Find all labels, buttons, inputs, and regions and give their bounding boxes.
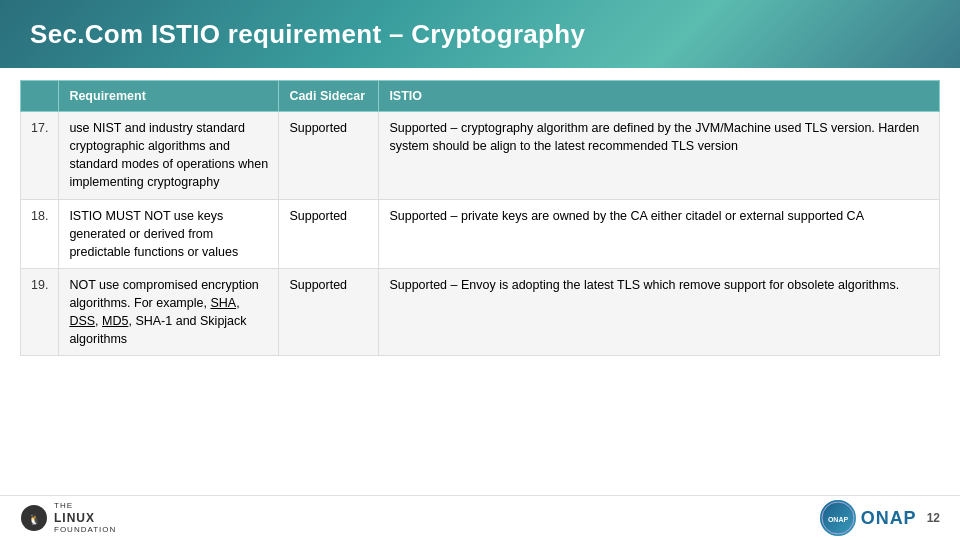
table-header-row: Requirement Cadi Sidecar ISTIO	[21, 81, 940, 112]
page-number: 12	[927, 511, 940, 525]
col-header-num	[21, 81, 59, 112]
main-content: Requirement Cadi Sidecar ISTIO 17. use N…	[0, 68, 960, 366]
linux-the-text: THE	[54, 501, 116, 511]
col-header-requirement: Requirement	[59, 81, 279, 112]
linux-linux-text: LINUX	[54, 511, 116, 525]
row-num-18: 18.	[21, 199, 59, 268]
onap-circle-icon: ONAP	[821, 501, 855, 535]
page-footer: 🐧 THE LINUX FOUNDATION	[0, 495, 960, 540]
istio-17: Supported – cryptography algorithm are d…	[379, 112, 940, 200]
linux-tux-icon: 🐧	[20, 504, 48, 532]
table-row: 18. ISTIO MUST NOT use keys generated or…	[21, 199, 940, 268]
page-header: Sec.Com ISTIO requirement – Cryptography	[0, 0, 960, 68]
col-header-istio: ISTIO	[379, 81, 940, 112]
cadi-19: Supported	[279, 268, 379, 356]
linux-foundation-logo: 🐧 THE LINUX FOUNDATION	[20, 501, 116, 535]
col-header-cadi: Cadi Sidecar	[279, 81, 379, 112]
onap-logo: ONAP ONAP	[820, 500, 917, 536]
cadi-17: Supported	[279, 112, 379, 200]
istio-18: Supported – private keys are owned by th…	[379, 199, 940, 268]
svg-text:🐧: 🐧	[28, 513, 41, 526]
cadi-18: Supported	[279, 199, 379, 268]
onap-label: ONAP	[861, 508, 917, 529]
requirement-18: ISTIO MUST NOT use keys generated or der…	[59, 199, 279, 268]
linux-foundation-label: FOUNDATION	[54, 525, 116, 535]
requirement-17: use NIST and industry standard cryptogra…	[59, 112, 279, 200]
footer-right: ONAP ONAP 12	[820, 500, 940, 536]
svg-text:ONAP: ONAP	[828, 516, 849, 523]
table-row: 17. use NIST and industry standard crypt…	[21, 112, 940, 200]
footer-left: 🐧 THE LINUX FOUNDATION	[20, 501, 116, 535]
page-title: Sec.Com ISTIO requirement – Cryptography	[30, 19, 585, 50]
istio-19: Supported – Envoy is adopting the latest…	[379, 268, 940, 356]
onap-badge-icon: ONAP	[820, 500, 856, 536]
table-row: 19. NOT use compromised encryption algor…	[21, 268, 940, 356]
requirements-table: Requirement Cadi Sidecar ISTIO 17. use N…	[20, 80, 940, 356]
row-num-19: 19.	[21, 268, 59, 356]
row-num-17: 17.	[21, 112, 59, 200]
linux-foundation-text: THE LINUX FOUNDATION	[54, 501, 116, 535]
requirement-19: NOT use compromised encryption algorithm…	[59, 268, 279, 356]
